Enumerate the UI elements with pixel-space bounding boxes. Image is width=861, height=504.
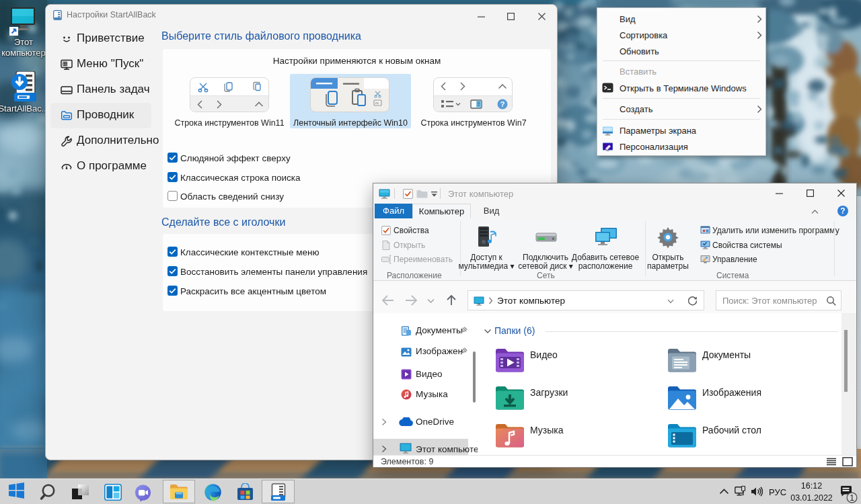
- svg-text:1: 1: [850, 493, 854, 503]
- svg-text:?: ?: [500, 100, 505, 108]
